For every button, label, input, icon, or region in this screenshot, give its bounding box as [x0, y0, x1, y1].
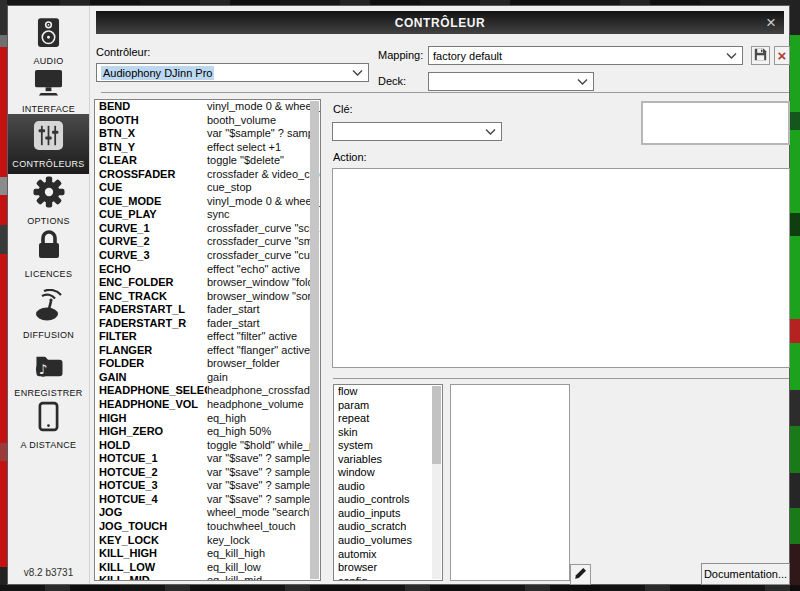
- mapping-row[interactable]: BOOTHbooth_volume: [95, 114, 320, 128]
- sidebar-item-licences[interactable]: LICENCES: [8, 228, 89, 279]
- mapping-row[interactable]: CURVE_2crossfader_curve "smo: [95, 235, 320, 249]
- category-item[interactable]: window: [334, 466, 442, 480]
- category-item[interactable]: automix: [334, 548, 442, 562]
- mapping-action: var "$save" ? sampler: [207, 493, 314, 505]
- mapping-row[interactable]: HEADPHONE_VOLheadphone_volume: [95, 398, 320, 412]
- mapping-row[interactable]: JOG_TOUCHtouchwheel_touch: [95, 520, 320, 534]
- category-item[interactable]: system: [334, 439, 442, 453]
- sidebar-item-controleurs[interactable]: CONTRÔLEURS: [8, 114, 89, 174]
- mapping-action: browser_window "son: [207, 290, 314, 302]
- mapping-row[interactable]: ECHOeffect "echo" active: [95, 263, 320, 277]
- mapping-list-scrollbar[interactable]: [310, 101, 319, 579]
- key-select[interactable]: [332, 122, 502, 141]
- category-item[interactable]: param: [334, 399, 442, 413]
- sidebar-item-audio[interactable]: AUDIO: [8, 12, 89, 66]
- mapping-rows: BENDvinyl_mode 0 & wheel_BOOTHbooth_volu…: [95, 100, 320, 581]
- mapping-action: eq_kill_high: [207, 547, 265, 559]
- sidebar-item-enregistrer[interactable]: ♪ ENREGISTRER: [8, 346, 89, 398]
- mapping-row[interactable]: HEADPHONE_SELECTheadphone_crossfade: [95, 384, 320, 398]
- mapping-row[interactable]: ENC_TRACKbrowser_window "son: [95, 290, 320, 304]
- category-list-scrollbar[interactable]: [432, 386, 441, 579]
- mapping-key: FADERSTART_R: [99, 317, 207, 331]
- mapping-list[interactable]: BENDvinyl_mode 0 & wheel_BOOTHbooth_volu…: [94, 99, 321, 581]
- key-learn-box[interactable]: [641, 101, 790, 145]
- mapping-row[interactable]: GAINgain: [95, 371, 320, 385]
- mapping-action: fader_start: [207, 317, 260, 329]
- mapping-key: CURVE_3: [99, 249, 207, 263]
- mapping-row[interactable]: FADERSTART_Lfader_start: [95, 303, 320, 317]
- scrollbar-thumb[interactable]: [432, 386, 441, 464]
- mapping-row[interactable]: CURVE_1crossfader_curve "scra: [95, 222, 320, 236]
- mapping-row[interactable]: KEY_LOCKkey_lock: [95, 534, 320, 548]
- close-icon[interactable]: ×: [766, 12, 776, 33]
- separator-line: [333, 378, 789, 379]
- sidebar-item-interface[interactable]: INTERFACE: [8, 64, 89, 114]
- mapping-row[interactable]: CUE_PLAYsync: [95, 208, 320, 222]
- mapping-row[interactable]: KILL_LOWeq_kill_low: [95, 561, 320, 575]
- category-item[interactable]: flow: [334, 385, 442, 399]
- mapping-key: BTN_Y: [99, 141, 207, 155]
- mapping-row[interactable]: CUEcue_stop: [95, 181, 320, 195]
- mapping-action: eq_kill_mid: [207, 574, 262, 581]
- mapping-row[interactable]: FLANGEReffect "flanger" active: [95, 344, 320, 358]
- mapping-row[interactable]: ENC_FOLDERbrowser_window "fold: [95, 276, 320, 290]
- mapping-row[interactable]: HOTCUE_3var "$save" ? sampler: [95, 479, 320, 493]
- mapping-row[interactable]: KILL_HIGHeq_kill_high: [95, 547, 320, 561]
- edit-action-button[interactable]: [570, 564, 591, 585]
- mapping-row[interactable]: BTN_Xvar "$sample" ? samp: [95, 127, 320, 141]
- sidebar-item-label: CONTRÔLEURS: [12, 159, 84, 169]
- category-item[interactable]: repeat: [334, 412, 442, 426]
- category-item[interactable]: audio_scratch: [334, 520, 442, 534]
- mapping-row[interactable]: JOGwheel_mode "search": [95, 506, 320, 520]
- action-category-list[interactable]: flowparamrepeatskinsystemvariableswindow…: [333, 384, 443, 581]
- mapping-key: BEND: [99, 100, 207, 114]
- mapping-row[interactable]: CURVE_3crossfader_curve "cut": [95, 249, 320, 263]
- category-item[interactable]: audio_volumes: [334, 534, 442, 548]
- mapping-action: crossfader_curve "cut": [207, 249, 317, 261]
- category-item[interactable]: browser: [334, 561, 442, 575]
- sidebar-item-diffusion[interactable]: DIFFUSION: [8, 282, 89, 340]
- delete-mapping-button[interactable]: ×: [774, 46, 790, 65]
- category-item[interactable]: variables: [334, 453, 442, 467]
- controller-select[interactable]: Audiophony DJinn Pro: [96, 63, 369, 82]
- sidebar-item-label: A DISTANCE: [21, 440, 77, 450]
- mapping-select[interactable]: factory default: [428, 46, 743, 65]
- deck-label: Deck:: [378, 75, 406, 87]
- mapping-row[interactable]: KILL_MIDeq_kill_mid: [95, 574, 320, 581]
- mapping-key: ENC_FOLDER: [99, 276, 207, 290]
- deck-select[interactable]: [428, 72, 594, 91]
- mapping-action: toggle "$delete": [207, 154, 284, 166]
- mapping-row[interactable]: HIGHeq_high: [95, 412, 320, 426]
- category-item[interactable]: skin: [334, 426, 442, 440]
- mapping-row[interactable]: HOTCUE_2var "$save" ? sampler: [95, 466, 320, 480]
- action-detail-list[interactable]: [450, 384, 570, 581]
- dialog-titlebar: CONTRÔLEUR ×: [96, 11, 784, 34]
- sidebar-item-options[interactable]: OPTIONS: [8, 176, 89, 226]
- mapping-row[interactable]: BENDvinyl_mode 0 & wheel_: [95, 100, 320, 114]
- mapping-row[interactable]: CLEARtoggle "$delete": [95, 154, 320, 168]
- mapping-row[interactable]: CUE_MODEvinyl_mode 0 & wheel_: [95, 195, 320, 209]
- mapping-row[interactable]: HOTCUE_4var "$save" ? sampler: [95, 493, 320, 507]
- category-item[interactable]: audio_controls: [334, 493, 442, 507]
- mapping-row[interactable]: FOLDERbrowser_folder: [95, 357, 320, 371]
- pencil-icon: [574, 566, 587, 584]
- mapping-row[interactable]: BTN_Yeffect select +1: [95, 141, 320, 155]
- mapping-row[interactable]: HIGH_ZEROeq_high 50%: [95, 425, 320, 439]
- mapping-key: HOLD: [99, 439, 207, 453]
- version-text: v8.2 b3731: [8, 567, 89, 578]
- category-item[interactable]: audio_inputs: [334, 507, 442, 521]
- mapping-key: FADERSTART_L: [99, 303, 207, 317]
- save-mapping-button[interactable]: [751, 46, 770, 65]
- chevron-down-icon: [577, 79, 588, 85]
- sidebar: AUDIO INTERFACE CONTRÔLEURS OPTIONS: [8, 6, 90, 584]
- mapping-row[interactable]: FADERSTART_Rfader_start: [95, 317, 320, 331]
- mapping-row[interactable]: FILTEReffect "filter" active: [95, 330, 320, 344]
- action-textarea[interactable]: [332, 168, 790, 368]
- mapping-row[interactable]: CROSSFADERcrossfader & video_cro: [95, 168, 320, 182]
- category-item[interactable]: config: [334, 575, 442, 581]
- mapping-row[interactable]: HOLDtoggle "$hold" while_p: [95, 439, 320, 453]
- category-item[interactable]: audio: [334, 480, 442, 494]
- documentation-button[interactable]: Documentation...: [701, 563, 790, 585]
- mapping-row[interactable]: HOTCUE_1var "$save" ? sampler: [95, 452, 320, 466]
- sidebar-item-a-distance[interactable]: A DISTANCE: [8, 400, 89, 450]
